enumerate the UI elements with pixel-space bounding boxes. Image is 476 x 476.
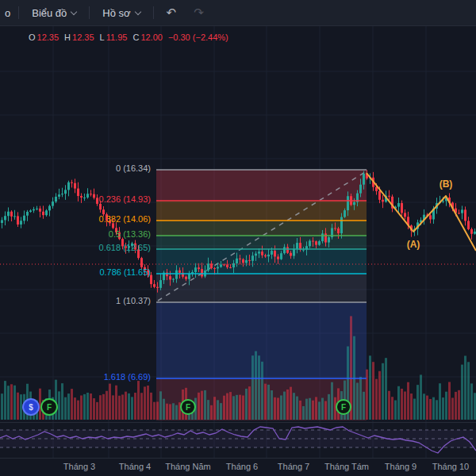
time-axis-label: Tháng 3 [63, 462, 95, 471]
dividend-marker-icon[interactable]: $ [23, 399, 39, 415]
svg-text:F: F [186, 403, 190, 412]
toolbar-divider [18, 6, 19, 19]
chart-menu-label: Biểu đồ [32, 7, 67, 19]
chevron-down-icon [71, 8, 77, 14]
profile-menu-label: Hồ sơ [102, 7, 130, 19]
chart-surface[interactable]: $FFF [0, 0, 476, 476]
time-axis-label: Tháng Năm [165, 462, 210, 471]
time-axis-label: Tháng 10 [432, 462, 469, 471]
financial-report-marker-icon[interactable]: F [336, 400, 351, 414]
svg-text:F: F [47, 403, 52, 412]
close-label: C [132, 33, 139, 42]
time-axis-label: Tháng 7 [278, 462, 309, 471]
financial-report-marker-icon[interactable]: F [181, 400, 195, 414]
chart-window: o Biểu đồ Hồ sơ ↶ ↷ O12.35H12.35L11.95C1… [0, 0, 476, 476]
time-axis[interactable]: Tháng 3Tháng 4Tháng NămTháng 6Tháng 7Thá… [0, 459, 476, 476]
wave-label: (A) [407, 239, 420, 250]
low-label: L [100, 33, 105, 42]
open-label: O [29, 33, 36, 42]
financial-report-marker-icon[interactable]: F [41, 399, 57, 415]
redo-icon[interactable]: ↷ [189, 4, 209, 21]
wave-label: (B) [440, 178, 453, 190]
toolbar-partial-text: o [5, 7, 10, 19]
toolbar-divider [153, 6, 154, 19]
change-value: −0.30 (−2.44%) [168, 33, 228, 42]
chart-menu-button[interactable]: Biểu đồ [27, 4, 81, 22]
undo-icon[interactable]: ↶ [162, 4, 182, 21]
profile-menu-button[interactable]: Hồ sơ [98, 4, 144, 22]
high-value: 12.35 [72, 33, 94, 42]
svg-text:F: F [341, 403, 346, 412]
open-value: 12.35 [37, 33, 60, 42]
time-axis-label: Tháng 4 [119, 462, 151, 471]
ohlc-legend: O12.35H12.35L11.95C12.00−0.30 (−2.44%) [29, 33, 228, 42]
low-value: 11.95 [106, 33, 128, 42]
time-axis-label: Tháng 9 [385, 462, 416, 471]
toolbar-divider [89, 6, 90, 19]
chevron-down-icon [134, 8, 140, 14]
toolbar: o Biểu đồ Hồ sơ ↶ ↷ [0, 0, 476, 26]
time-axis-label: Tháng Tám [324, 462, 369, 471]
close-value: 12.00 [140, 33, 163, 42]
high-label: H [64, 33, 71, 42]
svg-text:$: $ [29, 403, 33, 412]
time-axis-label: Tháng 6 [226, 462, 258, 471]
